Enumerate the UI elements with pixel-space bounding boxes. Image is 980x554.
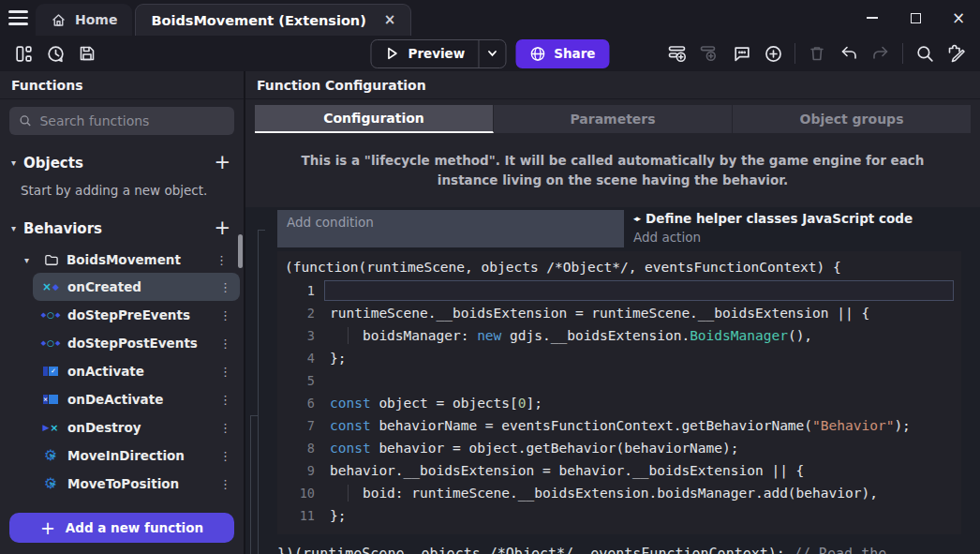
events-sheet[interactable]: Add condition ◂▸ Define helper classes J… [245, 207, 980, 554]
save-button[interactable] [71, 39, 103, 67]
redo-button[interactable] [865, 39, 897, 67]
add-condition-cell[interactable]: Add condition [277, 210, 624, 247]
history-button[interactable] [39, 39, 71, 67]
main-panel-header: Function Configuration [245, 71, 980, 99]
add-object-button[interactable]: + [214, 153, 230, 172]
add-function-label: Add a new function [66, 520, 203, 535]
function-label: onDestroy [67, 420, 210, 435]
function-label: doStepPostEvents [67, 336, 210, 351]
code-text: const behavior = object.getBehavior(beha… [330, 437, 739, 459]
search-functions-box[interactable] [9, 107, 234, 135]
tab-configuration[interactable]: Configuration [255, 105, 494, 133]
code-line[interactable]: 7const behaviorName = eventsFunctionCont… [277, 414, 961, 437]
add-subevent-button[interactable] [693, 39, 725, 67]
function-label: MoveInDirection [67, 448, 210, 463]
chevron-down-icon[interactable]: ▾ [24, 255, 29, 265]
function-row-onactivate[interactable]: ✓onActivate⋮ [33, 357, 240, 385]
kebab-menu-icon[interactable]: ⋮ [213, 253, 230, 267]
main-toolbar: Preview Share [0, 36, 980, 71]
function-row-dosteppreevents[interactable]: ◆○◆doStepPreEvents⋮ [33, 301, 240, 329]
close-tab-icon[interactable]: × [384, 13, 396, 27]
toolbar-divider [794, 43, 795, 64]
behavior-group-row[interactable]: ▾ BoidsMovement ⋮ [0, 247, 244, 273]
hamburger-menu-icon[interactable] [0, 0, 36, 36]
behaviors-section-header[interactable]: ▾ Behaviors + [0, 207, 244, 247]
redo-icon [870, 43, 891, 64]
tab-home[interactable]: Home [36, 4, 132, 36]
add-circle-button[interactable] [757, 39, 789, 67]
code-line[interactable]: 11}; [277, 504, 961, 527]
function-row-movetoposition[interactable]: ⚙»MoveToPosition⋮ [33, 470, 240, 498]
preview-main[interactable]: Preview [371, 46, 478, 61]
js-event-title-row[interactable]: ◂▸ Define helper classes JavaScript code [633, 211, 971, 226]
code-line[interactable]: 10 boid: runtimeScene.__boidsExtension.b… [277, 482, 961, 504]
code-text: }; [330, 504, 346, 527]
chevron-down-icon[interactable]: ▾ [11, 223, 16, 233]
code-tag-icon: ◂▸ [633, 214, 640, 223]
toggle-panels-button[interactable] [7, 39, 39, 67]
tab-parameters[interactable]: Parameters [494, 105, 733, 133]
window-close-button[interactable]: × [937, 0, 980, 36]
code-text: const behaviorName = eventsFunctionConte… [330, 414, 911, 437]
function-row-ondestroy[interactable]: ▶×onDestroy⋮ [33, 413, 240, 442]
share-button[interactable]: Share [515, 39, 609, 68]
add-event-button[interactable] [661, 39, 693, 67]
function-row-dosteppostevents[interactable]: ◆○◆doStepPostEvents⋮ [33, 329, 240, 357]
window-minimize-button[interactable] [851, 0, 894, 36]
add-action-label: Add action [633, 230, 701, 245]
code-line[interactable]: 1 [277, 279, 961, 302]
chevron-down-icon[interactable]: ▾ [11, 157, 16, 168]
add-action-link[interactable]: Add action [633, 230, 971, 245]
kebab-menu-icon[interactable]: ⋮ [216, 280, 234, 294]
tab-boidsmovement[interactable]: BoidsMovement (Extension) × [135, 4, 411, 36]
add-subevent-icon [699, 43, 720, 64]
code-text: boid: runtimeScene.__boidsExtension.boid… [330, 482, 878, 504]
function-row-oncreated[interactable]: ×◆onCreated⋮ [33, 273, 240, 301]
code-lines: 12runtimeScene.__boidsExtension = runtim… [277, 279, 961, 527]
preview-button[interactable]: Preview [370, 39, 506, 68]
behavior-group-label: BoidsMovement [67, 252, 205, 267]
kebab-menu-icon[interactable]: ⋮ [216, 477, 234, 491]
kebab-menu-icon[interactable]: ⋮ [216, 308, 234, 322]
code-line[interactable]: 8const behavior = object.getBehavior(beh… [277, 437, 961, 459]
code-header-line: (function(runtimeScene, objects /*Object… [277, 254, 961, 279]
delete-button[interactable] [801, 39, 833, 67]
add-function-button[interactable]: + Add a new function [9, 513, 234, 543]
dostep-icon: ◆○◆ [40, 339, 61, 348]
code-line[interactable]: 5 [277, 369, 961, 392]
preview-dropdown-button[interactable] [479, 48, 505, 59]
search-events-button[interactable] [909, 39, 941, 67]
sidebar-scrollbar[interactable] [238, 234, 243, 268]
onactivate-icon: ✓ [40, 367, 61, 376]
ondeactivate-icon: × [40, 395, 61, 404]
line-number: 1 [277, 279, 330, 302]
kebab-menu-icon[interactable]: ⋮ [216, 337, 234, 351]
kebab-menu-icon[interactable]: ⋮ [216, 365, 234, 379]
code-line[interactable]: 2runtimeScene.__boidsExtension = runtime… [277, 302, 961, 324]
code-line[interactable]: 3 boidsManager: new gdjs.__boidsExtensio… [277, 324, 961, 347]
plus-circle-icon [764, 44, 783, 64]
function-row-moveindirection[interactable]: ⚙»MoveInDirection⋮ [33, 442, 240, 470]
puzzle-pencil-icon [946, 43, 967, 64]
function-row-ondeactivate[interactable]: ×onDeActivate⋮ [33, 385, 240, 413]
add-comment-button[interactable] [725, 39, 757, 67]
add-behavior-button[interactable]: + [214, 218, 230, 238]
window-maximize-button[interactable] [894, 0, 937, 36]
code-line[interactable]: 9behavior.__boidsExtension = behavior.__… [277, 459, 961, 482]
code-line[interactable]: 4}; [277, 347, 961, 369]
kebab-menu-icon[interactable]: ⋮ [216, 449, 234, 463]
kebab-menu-icon[interactable]: ⋮ [216, 393, 234, 407]
search-functions-input[interactable] [39, 113, 225, 128]
line-number: 8 [277, 437, 330, 459]
tab-object-groups[interactable]: Object groups [733, 105, 971, 133]
code-text: runtimeScene.__boidsExtension = runtimeS… [330, 302, 869, 324]
code-line[interactable]: 6const object = objects[0]; [277, 392, 961, 414]
cursor-line-box[interactable] [324, 280, 954, 301]
objects-section-header[interactable]: ▾ Objects + [0, 144, 244, 181]
edit-extension-button[interactable] [941, 39, 973, 67]
undo-button[interactable] [833, 39, 865, 67]
kebab-menu-icon[interactable]: ⋮ [216, 421, 234, 435]
javascript-code-editor[interactable]: (function(runtimeScene, objects /*Object… [277, 251, 961, 534]
layout-panels-icon [14, 44, 34, 64]
add-condition-label: Add condition [287, 215, 374, 230]
